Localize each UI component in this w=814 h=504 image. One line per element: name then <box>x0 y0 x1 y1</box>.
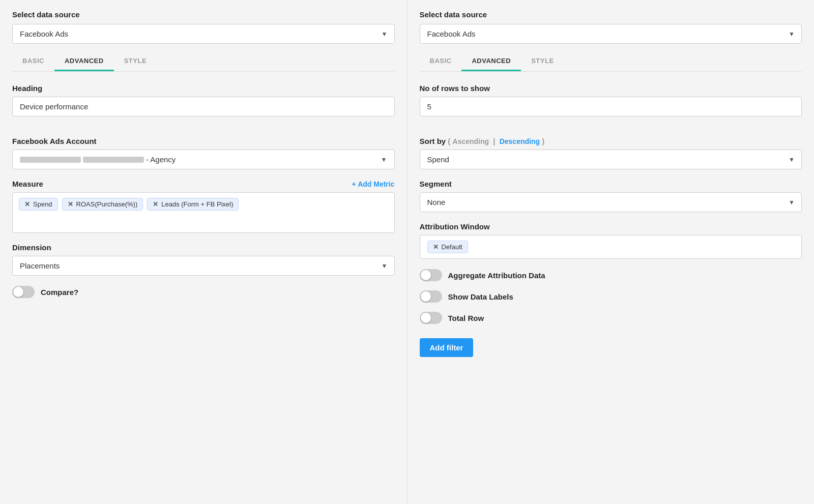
show-data-labels-label: Show Data Labels <box>448 292 513 301</box>
aggregate-toggle-knob <box>421 270 431 280</box>
fb-account-chevron-icon: ▼ <box>381 156 387 163</box>
left-tabs: BASIC ADVANCED STYLE <box>12 52 395 72</box>
metric-tag-leads-remove[interactable]: ✕ <box>153 200 158 208</box>
attribution-tag-default: ✕ Default <box>427 241 468 253</box>
total-row-label: Total Row <box>448 314 484 322</box>
left-data-source-select-wrapper[interactable]: Facebook Ads ▼ <box>12 24 395 44</box>
show-data-labels-toggle-knob <box>421 291 431 302</box>
segment-select[interactable]: None <box>420 192 802 212</box>
dimension-label: Dimension <box>12 243 395 252</box>
sort-by-select[interactable]: Spend <box>420 150 802 169</box>
metric-tag-spend-remove[interactable]: ✕ <box>24 200 30 208</box>
add-metric-button[interactable]: + Add Metric <box>352 180 395 188</box>
measure-label: Measure <box>12 180 43 188</box>
sort-by-label: Sort by ( Ascending | Descending ) <box>420 137 802 145</box>
measure-header: Measure + Add Metric <box>12 180 395 188</box>
sort-by-select-wrapper[interactable]: Spend ▼ <box>420 150 802 169</box>
aggregate-label: Aggregate Attribution Data <box>448 271 545 280</box>
show-data-labels-toggle-row: Show Data Labels <box>420 290 802 303</box>
aggregate-toggle[interactable] <box>420 269 442 281</box>
segment-field-group: Segment None ▼ <box>420 180 802 212</box>
heading-label: Heading <box>12 84 395 93</box>
dimension-field-group: Dimension Placements ▼ <box>12 243 395 276</box>
compare-toggle-row: Compare? <box>12 286 395 298</box>
dimension-select-wrapper[interactable]: Placements ▼ <box>12 256 395 276</box>
left-tab-style[interactable]: STYLE <box>114 52 157 71</box>
rows-input[interactable] <box>420 97 802 116</box>
aggregate-toggle-row: Aggregate Attribution Data <box>420 269 802 281</box>
attribution-label: Attribution Window <box>420 222 802 231</box>
account-agency-text: - Agency <box>146 155 176 164</box>
sort-descending-link[interactable]: Descending <box>500 137 540 145</box>
heading-input[interactable] <box>12 97 395 116</box>
metric-tag-leads: ✕ Leads (Form + FB Pixel) <box>147 198 239 211</box>
compare-toggle-knob <box>13 287 23 297</box>
attribution-tag-label: Default <box>442 243 462 251</box>
account-redacted <box>20 157 81 163</box>
compare-toggle[interactable] <box>12 286 35 298</box>
rows-label: No of rows to show <box>420 84 802 93</box>
right-data-source-title: Select data source <box>420 10 802 19</box>
left-tab-advanced[interactable]: ADVANCED <box>54 52 114 71</box>
metrics-tags-box: ✕ Spend ✕ ROAS(Purchase(%)) ✕ Leads (For… <box>12 192 395 233</box>
heading-field-group: Heading <box>12 84 395 127</box>
right-tab-style[interactable]: STYLE <box>521 52 564 71</box>
metric-tag-leads-label: Leads (Form + FB Pixel) <box>161 200 233 208</box>
right-tab-basic[interactable]: BASIC <box>420 52 462 71</box>
total-row-toggle-row: Total Row <box>420 312 802 324</box>
left-data-source-select[interactable]: Facebook Ads <box>12 24 395 44</box>
right-tab-advanced[interactable]: ADVANCED <box>461 52 521 71</box>
dimension-select[interactable]: Placements <box>12 256 395 276</box>
sort-ascending-link[interactable]: Ascending <box>453 137 489 145</box>
total-row-toggle-knob <box>421 313 431 323</box>
attribution-tag-remove[interactable]: ✕ <box>433 243 439 251</box>
right-data-source-select-wrapper[interactable]: Facebook Ads ▼ <box>420 24 802 44</box>
total-row-toggle[interactable] <box>420 312 442 324</box>
segment-select-wrapper[interactable]: None ▼ <box>420 192 802 212</box>
fb-account-label: Facebook Ads Account <box>12 137 395 145</box>
metric-tag-roas-remove[interactable]: ✕ <box>68 200 73 208</box>
measure-field-group: Measure + Add Metric ✕ Spend ✕ ROAS(Purc… <box>12 180 395 233</box>
add-filter-button[interactable]: Add filter <box>420 338 474 357</box>
right-data-source-select[interactable]: Facebook Ads <box>420 24 802 44</box>
metric-tag-roas: ✕ ROAS(Purchase(%)) <box>62 198 143 211</box>
metric-tag-roas-label: ROAS(Purchase(%)) <box>76 200 138 208</box>
right-tabs: BASIC ADVANCED STYLE <box>420 52 802 72</box>
show-data-labels-toggle[interactable] <box>420 290 442 303</box>
compare-label: Compare? <box>41 288 78 297</box>
sort-by-field-group: Sort by ( Ascending | Descending ) Spend… <box>420 137 802 169</box>
segment-label: Segment <box>420 180 802 188</box>
metric-tag-spend: ✕ Spend <box>19 198 58 211</box>
metric-tag-spend-label: Spend <box>33 200 52 208</box>
left-data-source-title: Select data source <box>12 10 395 19</box>
fb-account-field-group: Facebook Ads Account - Agency ▼ <box>12 137 395 169</box>
attribution-box: ✕ Default <box>420 235 802 259</box>
left-tab-basic[interactable]: BASIC <box>12 52 54 71</box>
account-redacted-2 <box>83 157 144 163</box>
fb-account-select[interactable]: - Agency ▼ <box>12 150 395 169</box>
attribution-field-group: Attribution Window ✕ Default <box>420 222 802 259</box>
rows-field-group: No of rows to show <box>420 84 802 127</box>
